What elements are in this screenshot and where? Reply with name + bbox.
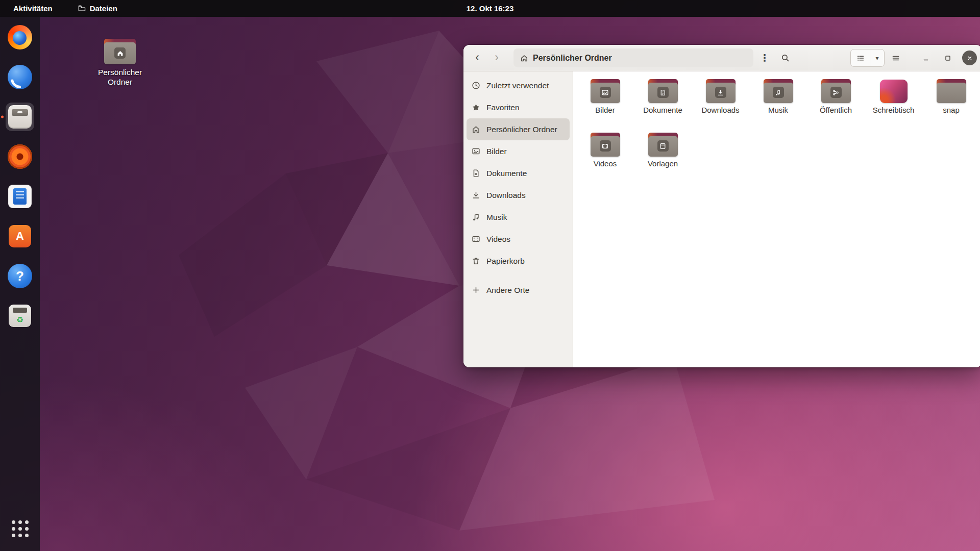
dock-item-firefox[interactable] [6,23,34,52]
main-menu-button[interactable] [887,49,905,67]
view-dropdown-button[interactable]: ▾ [870,49,884,66]
app-menu-button[interactable]: Dateien [78,4,117,13]
home-icon [472,125,480,134]
activities-button[interactable]: Aktivitäten [8,3,58,14]
files-icon [8,105,32,129]
image-icon [472,147,480,156]
dock-item-libreoffice-writer[interactable] [6,182,34,211]
video-icon [472,235,480,243]
dock-item-help[interactable] [6,262,34,290]
close-icon [967,55,973,61]
dock-item-ubuntu-software[interactable] [6,222,34,251]
sidebar-item-videos[interactable]: Videos [467,228,570,250]
sidebar-item-favorites[interactable]: Favoriten [467,96,570,118]
dock [0,17,40,551]
file-item-downloads[interactable]: Downloads [692,78,749,132]
template-emblem-icon [657,140,669,152]
desktop-gradient-icon [880,80,908,103]
list-view-icon [856,54,865,62]
home-emblem-icon [114,47,126,59]
sidebar-item-music[interactable]: Musik [467,206,570,228]
home-icon [520,54,528,62]
maximize-icon [944,55,951,62]
folder-icon [764,79,793,103]
rhythmbox-icon [8,144,32,169]
libreoffice-writer-icon [8,185,32,208]
help-icon [8,264,32,288]
file-grid: Bilder Dokumente [576,78,980,185]
file-item-schreibtisch[interactable]: Schreibtisch [865,78,922,132]
desktop-icon-home-folder[interactable]: Persönlicher Ordner [87,39,153,87]
folder-icon [937,79,966,103]
document-emblem-icon [657,87,669,98]
home-folder-icon [104,39,136,64]
firefox-icon [8,25,32,49]
folder-icon [648,79,678,103]
sidebar-item-recent[interactable]: Zuletzt verwendet [467,74,570,96]
folder-icon [821,79,851,103]
files-window: ‹ › Persönlicher Ordner ⋮ ▾ [463,45,980,367]
folder-icon [591,79,620,103]
file-view[interactable]: Bilder Dokumente [573,71,980,367]
download-emblem-icon [715,87,726,98]
sidebar-item-trash[interactable]: Papierkorb [467,250,570,272]
folder-icon [591,133,620,157]
clock-icon [472,81,480,90]
forward-button[interactable]: › [488,49,505,67]
minimize-button[interactable] [918,51,933,65]
music-icon [472,213,480,221]
dock-item-thunderbird[interactable] [6,63,34,91]
sidebar-item-home[interactable]: Persönlicher Ordner [467,118,570,140]
file-item-videos[interactable]: Videos [576,132,634,185]
view-options-button[interactable]: ⋮ [755,49,774,67]
app-menu-label: Dateien [90,4,117,13]
sidebar-item-other-locations[interactable]: Andere Orte [467,279,570,301]
close-button[interactable] [962,51,977,65]
window-controls [918,51,977,65]
list-view-button[interactable] [851,49,870,66]
music-emblem-icon [773,87,784,98]
file-item-oeffentlich[interactable]: Öffentlich [807,78,865,132]
sidebar-item-pictures[interactable]: Bilder [467,140,570,162]
image-emblem-icon [600,87,611,98]
files-app-icon [78,5,86,12]
document-icon [472,169,480,178]
disk-utility-icon [9,305,31,327]
thunderbird-icon [8,65,32,89]
sidebar-item-documents[interactable]: Dokumente [467,162,570,184]
file-item-snap[interactable]: snap [922,78,980,132]
share-emblem-icon [830,87,842,98]
maximize-button[interactable] [940,51,955,65]
plus-icon [472,286,480,294]
path-title: Persönlicher Ordner [533,54,612,63]
back-button[interactable]: ‹ [469,49,486,67]
trash-icon [472,257,480,265]
clock-button[interactable]: 12. Okt 16:23 [467,4,514,13]
dock-item-files[interactable] [6,103,34,131]
dock-item-disk-utility[interactable] [6,302,34,330]
view-toggle-group: ▾ [850,49,885,67]
headerbar: ‹ › Persönlicher Ordner ⋮ ▾ [463,45,980,71]
sidebar: Zuletzt verwendet Favoriten Persönlicher… [463,71,573,367]
path-bar[interactable]: Persönlicher Ordner [513,48,753,67]
search-icon [781,54,790,62]
hamburger-menu-icon [892,54,900,62]
minimize-icon [922,55,929,62]
file-item-bilder[interactable]: Bilder [576,78,634,132]
top-bar: Aktivitäten Dateien 12. Okt 16:23 [0,0,980,17]
file-item-vorlagen[interactable]: Vorlagen [634,132,692,185]
search-button[interactable] [776,49,794,67]
video-emblem-icon [600,140,611,152]
file-item-dokumente[interactable]: Dokumente [634,78,692,132]
folder-icon [648,133,678,157]
ubuntu-software-icon [9,225,31,247]
download-icon [472,191,480,199]
desktop-icon-label: Persönlicher Ordner [90,67,150,87]
file-item-musik[interactable]: Musik [749,78,807,132]
star-icon [472,103,480,112]
sidebar-item-downloads[interactable]: Downloads [467,184,570,206]
dock-item-rhythmbox[interactable] [6,142,34,171]
app-grid-icon [12,520,29,537]
folder-icon [706,79,736,103]
show-applications-button[interactable] [6,514,34,543]
